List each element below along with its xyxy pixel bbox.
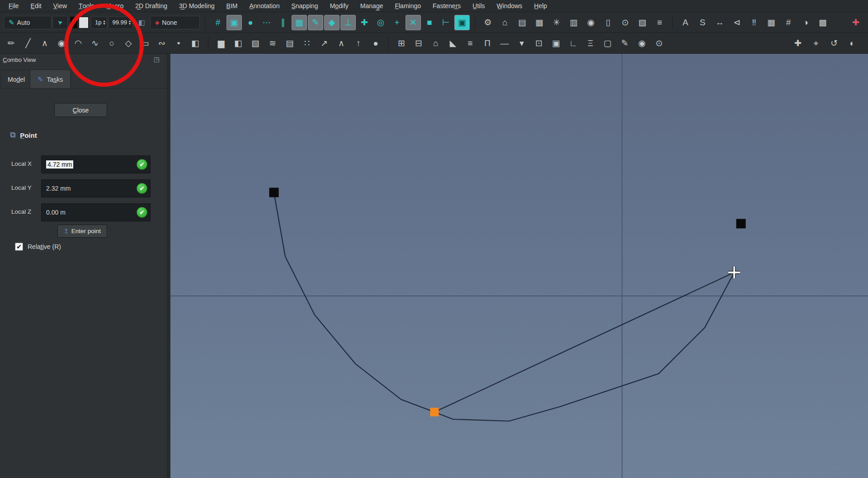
move-icon[interactable]: ✚ <box>790 36 806 51</box>
menu-edit[interactable]: E̲dit <box>25 2 47 9</box>
local-z-field[interactable]: 0.00 m ✔ <box>41 203 151 221</box>
working-plane-auto-button[interactable]: ✎ Auto <box>4 16 52 29</box>
cut-box-icon[interactable]: ▩ <box>815 15 830 30</box>
bim-views-icon[interactable]: ◉ <box>583 15 599 30</box>
arch-panel-icon[interactable]: ▧ <box>248 36 263 51</box>
tab-tasks[interactable]: ✎ Tas̲ks <box>30 70 71 89</box>
menu-macro[interactable]: M̲acro <box>100 2 129 9</box>
float-panel-icon[interactable]: ◳ <box>154 56 160 63</box>
tab-model[interactable]: Mod̲el <box>0 70 33 89</box>
snap-perpendicular-icon[interactable]: ⊥ <box>340 15 356 30</box>
menu-snapping[interactable]: S̲napping <box>285 2 324 9</box>
bim-setup-icon[interactable]: ⚙ <box>480 15 495 30</box>
local-x-field[interactable]: 4.72 mm ✔ <box>41 155 151 173</box>
bim-cylinder-icon[interactable]: ⊙ <box>651 36 667 51</box>
working-plane-view-icon[interactable]: ▣ <box>454 15 470 30</box>
label-tool-icon[interactable]: ⊲ <box>729 15 745 30</box>
move-tool-icon[interactable]: ✚ <box>848 15 863 30</box>
bim-sheet-icon[interactable]: ⊡ <box>531 36 547 51</box>
menu-file[interactable]: F̲ile <box>3 2 25 9</box>
bim-layers-icon[interactable]: ≡ <box>462 36 478 51</box>
bim-document-icon[interactable]: ▢ <box>600 36 615 51</box>
dimension-tool-icon[interactable]: ↔ <box>712 15 727 30</box>
menu-windows[interactable]: W̲indows <box>491 2 528 9</box>
snap-solid-icon[interactable]: ■ <box>422 15 437 30</box>
mirror-icon[interactable]: ◐ <box>844 36 860 51</box>
arch-stairs-icon[interactable]: ▤ <box>282 36 297 51</box>
menu-manage[interactable]: Manag̲e <box>354 2 389 9</box>
align-icon[interactable]: ⌖ <box>808 36 824 51</box>
bim-stamp-icon[interactable]: ◉ <box>634 36 650 51</box>
bim-wall-tools-icon[interactable]: ▦ <box>532 15 547 30</box>
hatch-tool-icon[interactable]: ▦ <box>764 15 779 30</box>
bim-door-icon[interactable]: ▯ <box>600 15 616 30</box>
bim-project-icon[interactable]: ⌂ <box>497 15 513 30</box>
draft-bspline-icon[interactable]: ∾ <box>154 36 170 51</box>
spin-down-icon[interactable]: ▾ <box>103 23 105 25</box>
3d-viewport[interactable] <box>170 54 868 478</box>
menu-annotation[interactable]: A̲nnotation <box>244 2 286 9</box>
bim-schedule-icon[interactable]: ▧ <box>635 15 650 30</box>
arch-bridge-icon[interactable]: ∧ <box>334 36 349 51</box>
draft-point-icon[interactable]: • <box>171 36 186 51</box>
snap-center-icon[interactable]: ◎ <box>373 15 388 30</box>
bim-box-icon[interactable]: ▣ <box>548 36 564 51</box>
section-plane-icon[interactable]: ◑ <box>798 15 813 30</box>
snap-measure-icon[interactable]: ⊢ <box>438 15 453 30</box>
draft-bezier-icon[interactable]: ∿ <box>87 36 103 51</box>
menu-2d-drafting[interactable]: 2̲D Drafting <box>129 2 173 9</box>
draft-polyline-icon[interactable]: ∧ <box>37 36 52 51</box>
draft-polygon-icon[interactable]: ◇ <box>121 36 136 51</box>
draft-line-icon[interactable]: ╱ <box>20 36 36 51</box>
face-color-swatch[interactable] <box>79 17 89 28</box>
bim-beam-icon[interactable]: — <box>497 36 512 51</box>
style-button[interactable]: ➤ <box>52 16 68 29</box>
enter-point-button[interactable]: ↥ Enter point <box>57 225 107 238</box>
line-color-swatch[interactable] <box>70 17 77 28</box>
arch-tree-icon[interactable]: ↑ <box>351 36 366 51</box>
bim-opening-icon[interactable]: ⊟ <box>411 36 426 51</box>
snap-intersection-icon[interactable]: ✚ <box>357 15 372 30</box>
snap-dimensions-icon[interactable]: ✕ <box>406 15 421 30</box>
menu-3d-modeling[interactable]: 3̲D Modeling <box>173 2 221 9</box>
draft-ellipse-icon[interactable]: ○ <box>104 36 119 51</box>
bim-window-icon[interactable]: ⊞ <box>394 36 409 51</box>
snap-extension-icon[interactable]: + <box>389 15 405 30</box>
draft-circle-icon[interactable]: ◉ <box>54 36 69 51</box>
spin-down-icon[interactable]: ▾ <box>129 23 131 25</box>
text-scale-spinner[interactable]: 99.99 ▴▾ <box>108 16 133 29</box>
bim-column-icon[interactable]: Π <box>480 36 495 51</box>
line-width-spinner[interactable]: 1p ▴▾ <box>91 16 107 29</box>
draft-facebinder-icon[interactable]: ◧ <box>188 36 203 51</box>
draft-arc-icon[interactable]: ◠ <box>71 36 86 51</box>
snap-endpoint-icon[interactable]: ● <box>243 15 258 30</box>
close-button[interactable]: C̲lose <box>54 103 107 117</box>
shapestring-tool-icon[interactable]: S <box>695 15 710 30</box>
menu-fasteners[interactable]: Fastener̲s <box>427 2 467 9</box>
snap-lock-icon[interactable]: ▣ <box>226 15 242 30</box>
menu-flamingo[interactable]: F̲lamingo <box>389 2 427 9</box>
bim-pipe-elbow-icon[interactable]: ∟ <box>566 36 581 51</box>
menu-help[interactable]: H̲elp <box>528 2 553 9</box>
bim-more-icon[interactable]: ▾ <box>514 36 529 51</box>
menu-tools[interactable]: T̲ools <box>73 2 100 9</box>
text-tool-icon[interactable]: A <box>678 15 693 30</box>
fill-color-icon[interactable]: ◧ <box>134 15 149 30</box>
bim-roof-icon[interactable]: ⌂ <box>428 36 443 51</box>
bim-levels-icon[interactable]: ▤ <box>514 15 530 30</box>
menu-modify[interactable]: Mo̲dify <box>324 2 354 9</box>
axis-tool-icon[interactable]: ‼ <box>746 15 762 30</box>
point-marker[interactable] <box>269 188 279 197</box>
snap-midpoint-icon[interactable]: ⋯ <box>259 15 274 30</box>
bim-report-icon[interactable]: ≡ <box>652 15 667 30</box>
menu-utils[interactable]: U̲tils <box>467 2 491 9</box>
snap-special-icon[interactable]: ▦ <box>292 15 307 30</box>
bim-window-tools-icon[interactable]: ✳ <box>549 15 564 30</box>
relative-checkbox[interactable]: ✔ <box>15 243 23 251</box>
draft-sketch-icon[interactable]: ✏ <box>4 36 19 51</box>
bim-rebar-icon[interactable]: Ξ <box>583 36 598 51</box>
point-marker[interactable] <box>736 219 746 229</box>
draft-rectangle-icon[interactable]: ▭ <box>137 36 153 51</box>
arch-pipe-icon[interactable]: ↗ <box>316 36 332 51</box>
menu-view[interactable]: V̲iew <box>47 2 73 9</box>
